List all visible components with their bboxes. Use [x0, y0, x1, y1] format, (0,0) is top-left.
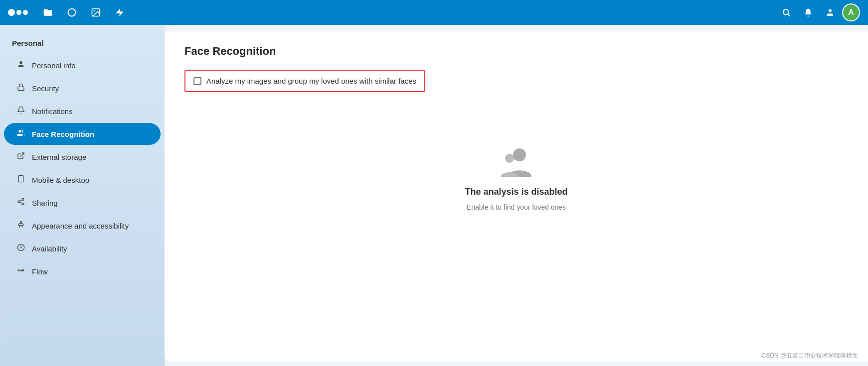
search-button[interactable] [776, 2, 796, 22]
sidebar-item-sharing[interactable]: Sharing [4, 192, 161, 214]
lock-icon [16, 83, 26, 93]
sidebar-label-flow: Flow [32, 267, 48, 276]
sidebar-label-appearance: Appearance and accessibility [32, 222, 129, 230]
svg-point-13 [22, 198, 24, 200]
svg-point-7 [19, 61, 22, 64]
nav-activity[interactable] [62, 2, 82, 22]
svg-point-15 [22, 203, 24, 205]
svg-point-25 [513, 148, 526, 161]
sidebar-label-notifications: Notifications [32, 107, 73, 116]
page-title: Face Recognition [184, 45, 848, 58]
clock-icon [16, 244, 26, 253]
svg-line-20 [22, 225, 22, 228]
analyze-checkbox-label: Analyze my images and group my loved one… [206, 77, 416, 85]
svg-point-18 [20, 221, 22, 223]
app-logo[interactable] [8, 9, 28, 16]
notifications-button[interactable] [798, 2, 818, 22]
face-icon [16, 129, 26, 139]
analyze-checkbox-row[interactable]: Analyze my images and group my loved one… [184, 70, 425, 92]
svg-rect-8 [18, 87, 24, 90]
svg-point-22 [18, 270, 19, 271]
disabled-subtitle: Enable it to find your loved ones [467, 203, 566, 211]
nav-notes[interactable] [110, 2, 130, 22]
main-layout: Personal Personal info Security Notifica… [0, 25, 868, 366]
svg-line-19 [19, 225, 20, 228]
svg-line-5 [788, 14, 790, 16]
sidebar: Personal Personal info Security Notifica… [0, 25, 165, 366]
sidebar-item-personal-info[interactable]: Personal info [4, 54, 161, 76]
people-icon [497, 146, 536, 181]
sidebar-item-notifications[interactable]: Notifications [4, 100, 161, 122]
svg-point-6 [829, 9, 832, 12]
share-icon [16, 198, 26, 208]
svg-point-14 [18, 201, 20, 203]
person-icon [16, 60, 26, 70]
svg-point-4 [783, 9, 789, 15]
sidebar-item-face-recognition[interactable]: Face Recognition [4, 123, 161, 145]
nav-files[interactable] [38, 2, 58, 22]
topbar-right: A [776, 2, 860, 22]
logo-circle-1 [8, 9, 15, 16]
watermark: CSDN @五道口职业技术学院落榜生 [761, 352, 858, 360]
sidebar-item-mobile-desktop[interactable]: Mobile & desktop [4, 169, 161, 191]
sidebar-item-external-storage[interactable]: External storage [4, 146, 161, 168]
sidebar-section-title: Personal [0, 35, 165, 53]
bell-icon [16, 106, 26, 116]
sidebar-label-sharing: Sharing [32, 199, 58, 207]
content-area: Face Recognition Analyze my images and g… [165, 29, 868, 362]
svg-line-17 [20, 200, 22, 201]
svg-line-10 [20, 153, 24, 156]
accessibility-icon [16, 221, 26, 231]
sidebar-label-security: Security [32, 84, 59, 93]
sidebar-label-face-recognition: Face Recognition [32, 130, 94, 138]
contacts-button[interactable] [820, 2, 840, 22]
sidebar-item-security[interactable]: Security [4, 77, 161, 99]
user-avatar[interactable]: A [842, 3, 860, 21]
disabled-state: The analysis is disabled Enable it to fi… [184, 116, 848, 231]
sidebar-label-mobile-desktop: Mobile & desktop [32, 176, 89, 184]
svg-line-16 [20, 202, 22, 204]
svg-point-2 [94, 10, 95, 11]
sidebar-label-availability: Availability [32, 244, 67, 253]
analyze-checkbox[interactable] [193, 77, 201, 85]
external-link-icon [16, 152, 26, 162]
svg-point-26 [505, 154, 514, 163]
flow-icon [16, 266, 26, 276]
nav-photos[interactable] [86, 2, 106, 22]
sidebar-item-flow[interactable]: Flow [4, 260, 161, 282]
mobile-icon [16, 175, 26, 185]
sidebar-item-appearance[interactable]: Appearance and accessibility [4, 215, 161, 237]
svg-point-0 [68, 9, 76, 16]
disabled-title: The analysis is disabled [465, 187, 567, 197]
sidebar-label-external-storage: External storage [32, 153, 86, 161]
topbar-nav [38, 2, 776, 22]
logo-circle-3 [23, 10, 28, 15]
logo-circle-2 [16, 10, 21, 15]
topbar: A [0, 0, 868, 25]
svg-marker-3 [116, 8, 124, 17]
sidebar-label-personal-info: Personal info [32, 61, 76, 70]
sidebar-item-availability[interactable]: Availability [4, 238, 161, 259]
svg-point-9 [18, 130, 21, 132]
